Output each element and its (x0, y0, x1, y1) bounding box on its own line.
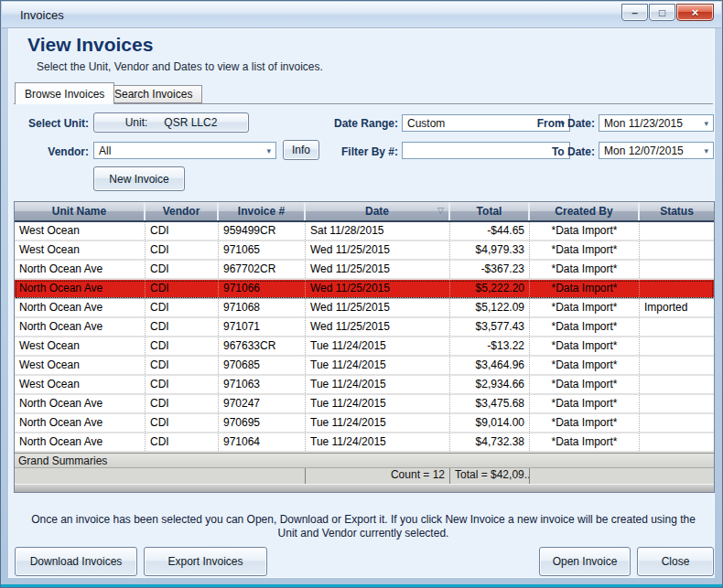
cell: Tue 11/24/2015 (306, 376, 450, 393)
cell: $3,475.68 (450, 395, 530, 412)
cell: Tue 11/24/2015 (306, 414, 450, 432)
select-unit-label: Select Unit: (9, 117, 89, 130)
cell: -$367.23 (450, 261, 530, 278)
cell: *Data Import* (530, 337, 640, 355)
to-date-dropdown[interactable]: Mon 12/07/2015 ▾ (599, 142, 714, 159)
column-header-unit-name[interactable]: Unit Name (15, 202, 146, 220)
tab-panel-border (14, 103, 713, 104)
cell: -$13.22 (450, 337, 530, 355)
cell: *Data Import* (530, 357, 640, 374)
vendor-label: Vendor: (9, 145, 89, 158)
cell: North Ocean Ave (15, 414, 146, 432)
export-invoices-button[interactable]: Export Invoices (144, 547, 267, 576)
cell: *Data Import* (530, 395, 640, 412)
minimize-icon: – (631, 6, 638, 19)
cell: CDI (146, 222, 219, 240)
column-header-label: Invoice # (238, 205, 285, 218)
cell: North Ocean Ave (15, 433, 146, 451)
open-invoice-button[interactable]: Open Invoice (539, 547, 631, 576)
cell: 971063 (219, 376, 306, 393)
table-row[interactable]: North Ocean AveCDI971068Wed 11/25/2015$5… (15, 299, 714, 318)
column-header-label: Date (365, 205, 389, 218)
unit-prefix: Unit: (125, 116, 148, 129)
chevron-down-icon: ▾ (704, 119, 708, 128)
table-row[interactable]: North Ocean AveCDI967702CRWed 11/25/2015… (15, 261, 714, 280)
cell: Wed 11/25/2015 (306, 318, 450, 336)
maximize-icon: □ (659, 6, 665, 19)
tab-label: Search Invoices (114, 88, 192, 101)
grand-summaries-header: Grand Summaries (15, 453, 714, 468)
summary-cell: Total = $42,09.. (450, 468, 530, 484)
cell (640, 222, 714, 240)
cell: CDI (146, 337, 219, 355)
cell: Wed 11/25/2015 (306, 280, 450, 297)
cell: Imported (640, 299, 714, 316)
cell: West Ocean (15, 241, 146, 259)
cell: CDI (146, 261, 219, 278)
table-row[interactable]: West OceanCDI971063Tue 11/24/2015$2,934.… (15, 376, 714, 395)
cell: 970247 (219, 395, 306, 412)
cell: Wed 11/25/2015 (306, 241, 450, 259)
column-header-status[interactable]: Status (640, 202, 714, 220)
cell (640, 337, 714, 355)
column-header-vendor[interactable]: Vendor (146, 202, 219, 220)
cell: $4,979.33 (450, 241, 530, 259)
table-row[interactable]: North Ocean AveCDI971064Tue 11/24/2015$4… (15, 433, 714, 453)
table-row[interactable]: North Ocean AveCDI971071Wed 11/25/2015$3… (15, 318, 714, 337)
cell: North Ocean Ave (15, 261, 146, 278)
cell: 971064 (219, 433, 306, 451)
summary-cell (15, 468, 306, 484)
cell: *Data Import* (530, 433, 640, 451)
table-row[interactable]: West OceanCDI959499CRSat 11/28/2015-$44.… (15, 222, 714, 241)
cell: North Ocean Ave (15, 299, 146, 316)
table-row[interactable]: North Ocean AveCDI970695Tue 11/24/2015$9… (15, 414, 714, 433)
cell: $5,222.20 (450, 280, 530, 297)
to-date-label: To Date: (503, 145, 595, 158)
cell (640, 376, 714, 393)
table-row[interactable]: North Ocean AveCDI971066Wed 11/25/2015$5… (15, 280, 714, 299)
cell: Tue 11/24/2015 (306, 357, 450, 374)
invoice-table-header: Unit NameVendorInvoice #Date▽TotalCreate… (15, 202, 714, 222)
table-row[interactable]: West OceanCDI967633CRTue 11/24/2015-$13.… (15, 337, 714, 357)
table-row[interactable]: West OceanCDI971065Wed 11/25/2015$4,979.… (15, 241, 714, 261)
table-row[interactable]: North Ocean AveCDI970247Tue 11/24/2015$3… (15, 395, 714, 414)
cell: 967633CR (219, 337, 306, 355)
column-header-created-by[interactable]: Created By (530, 202, 640, 220)
cell: CDI (146, 395, 219, 412)
tab-browse-invoices[interactable]: Browse Invoices (15, 82, 114, 104)
cell: West Ocean (15, 337, 146, 355)
close-dialog-button[interactable]: Close (637, 547, 714, 576)
column-header-invoice-[interactable]: Invoice # (219, 202, 306, 220)
cell (640, 395, 714, 412)
cell: 970695 (219, 414, 306, 432)
maximize-button[interactable]: □ (649, 4, 675, 21)
cell: $9,014.00 (450, 414, 530, 432)
vendor-dropdown[interactable]: All ▾ (93, 142, 276, 159)
cell: 971068 (219, 299, 306, 316)
date-range-label: Date Range: (284, 117, 398, 130)
vendor-value: All (99, 144, 111, 157)
cell: CDI (146, 433, 219, 451)
summary-row: Count = 12Total = $42,09.. (15, 468, 714, 484)
invoices-window: Invoices – □ × View Invoices Select the … (0, 0, 723, 588)
from-date-dropdown[interactable]: Mon 11/23/2015 ▾ (599, 114, 714, 132)
cell: North Ocean Ave (15, 318, 146, 336)
column-header-label: Created By (555, 205, 612, 218)
titlebar[interactable]: Invoices – □ × (2, 2, 721, 28)
column-header-total[interactable]: Total (450, 202, 530, 220)
column-header-date[interactable]: Date▽ (306, 202, 450, 220)
horizontal-scrollbar[interactable] (15, 484, 714, 492)
table-row[interactable]: West OceanCDI970685Tue 11/24/2015$3,464.… (15, 357, 714, 376)
summary-cell: Count = 12 (306, 468, 450, 484)
instruction-text: Once an invoice has been selected you ca… (31, 513, 696, 540)
minimize-button[interactable]: – (621, 4, 648, 21)
new-invoice-button[interactable]: New Invoice (93, 166, 185, 191)
cell: 971071 (219, 318, 306, 336)
cell: West Ocean (15, 357, 146, 374)
download-invoices-button[interactable]: Download Invoices (15, 547, 137, 576)
cell: $5,122.09 (450, 299, 530, 316)
close-button[interactable]: × (676, 4, 714, 21)
tab-search-invoices[interactable]: Search Invoices (104, 85, 202, 103)
filter-by-number-label: Filter By #: (311, 145, 398, 158)
unit-select-button[interactable]: Unit:QSR LLC2 (93, 112, 249, 133)
